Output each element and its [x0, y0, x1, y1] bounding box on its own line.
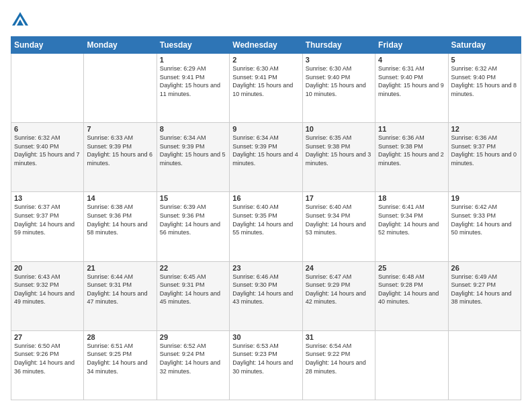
day-info: Sunrise: 6:34 AM Sunset: 9:39 PM Dayligh…: [232, 134, 299, 167]
weekday-header-monday: Monday: [84, 37, 157, 54]
page: SundayMondayTuesdayWednesdayThursdayFrid…: [0, 0, 532, 411]
day-info: Sunrise: 6:40 AM Sunset: 9:35 PM Dayligh…: [232, 203, 299, 236]
calendar-cell: 6Sunrise: 6:32 AM Sunset: 9:40 PM Daylig…: [11, 123, 84, 192]
calendar-cell: 11Sunrise: 6:36 AM Sunset: 9:38 PM Dayli…: [375, 123, 448, 192]
calendar-cell: [375, 330, 448, 400]
day-info: Sunrise: 6:50 AM Sunset: 9:26 PM Dayligh…: [14, 342, 81, 375]
day-number: 1: [160, 56, 226, 64]
calendar-cell: 21Sunrise: 6:44 AM Sunset: 9:31 PM Dayli…: [84, 261, 157, 330]
calendar-cell: 14Sunrise: 6:38 AM Sunset: 9:36 PM Dayli…: [84, 192, 157, 261]
calendar-cell: 13Sunrise: 6:37 AM Sunset: 9:37 PM Dayli…: [11, 192, 84, 261]
day-number: 16: [232, 194, 299, 202]
day-number: 24: [306, 264, 372, 272]
calendar-cell: 20Sunrise: 6:43 AM Sunset: 9:32 PM Dayli…: [11, 261, 84, 330]
weekday-header-saturday: Saturday: [448, 37, 521, 54]
day-info: Sunrise: 6:33 AM Sunset: 9:39 PM Dayligh…: [87, 134, 153, 167]
day-info: Sunrise: 6:30 AM Sunset: 9:41 PM Dayligh…: [232, 64, 299, 98]
calendar-cell: 25Sunrise: 6:48 AM Sunset: 9:28 PM Dayli…: [375, 261, 448, 330]
day-number: 8: [160, 125, 226, 133]
day-number: 31: [306, 333, 372, 341]
calendar-cell: 18Sunrise: 6:41 AM Sunset: 9:34 PM Dayli…: [375, 192, 448, 261]
day-number: 28: [87, 333, 153, 341]
day-number: 11: [378, 125, 445, 133]
calendar-cell: 3Sunrise: 6:30 AM Sunset: 9:40 PM Daylig…: [302, 54, 375, 123]
day-number: 30: [232, 333, 299, 341]
day-info: Sunrise: 6:35 AM Sunset: 9:38 PM Dayligh…: [306, 134, 372, 167]
day-info: Sunrise: 6:49 AM Sunset: 9:27 PM Dayligh…: [451, 273, 518, 306]
calendar-week-5: 27Sunrise: 6:50 AM Sunset: 9:26 PM Dayli…: [11, 330, 521, 400]
weekday-header-row: SundayMondayTuesdayWednesdayThursdayFrid…: [11, 37, 521, 54]
calendar-cell: 9Sunrise: 6:34 AM Sunset: 9:39 PM Daylig…: [230, 123, 302, 192]
day-number: 29: [160, 333, 226, 341]
weekday-header-thursday: Thursday: [302, 37, 375, 54]
day-number: 14: [87, 194, 153, 202]
day-info: Sunrise: 6:47 AM Sunset: 9:29 PM Dayligh…: [306, 273, 372, 306]
day-info: Sunrise: 6:39 AM Sunset: 9:36 PM Dayligh…: [160, 203, 226, 236]
calendar-week-4: 20Sunrise: 6:43 AM Sunset: 9:32 PM Dayli…: [11, 261, 521, 330]
calendar-cell: 26Sunrise: 6:49 AM Sunset: 9:27 PM Dayli…: [448, 261, 521, 330]
day-number: 27: [14, 333, 81, 341]
day-info: Sunrise: 6:32 AM Sunset: 9:40 PM Dayligh…: [451, 64, 518, 98]
day-info: Sunrise: 6:41 AM Sunset: 9:34 PM Dayligh…: [378, 203, 445, 236]
logo-icon: [11, 11, 30, 30]
day-number: 17: [306, 194, 372, 202]
calendar-cell: 23Sunrise: 6:46 AM Sunset: 9:30 PM Dayli…: [230, 261, 302, 330]
day-info: Sunrise: 6:53 AM Sunset: 9:23 PM Dayligh…: [232, 342, 299, 375]
day-info: Sunrise: 6:48 AM Sunset: 9:28 PM Dayligh…: [378, 273, 445, 306]
weekday-header-wednesday: Wednesday: [230, 37, 302, 54]
day-info: Sunrise: 6:52 AM Sunset: 9:24 PM Dayligh…: [160, 342, 226, 375]
calendar-cell: 24Sunrise: 6:47 AM Sunset: 9:29 PM Dayli…: [302, 261, 375, 330]
day-info: Sunrise: 6:38 AM Sunset: 9:36 PM Dayligh…: [87, 203, 153, 236]
calendar-week-1: 1Sunrise: 6:29 AM Sunset: 9:41 PM Daylig…: [11, 54, 521, 123]
day-number: 22: [160, 264, 226, 272]
day-number: 18: [378, 194, 445, 202]
calendar-cell: 31Sunrise: 6:54 AM Sunset: 9:22 PM Dayli…: [302, 330, 375, 400]
calendar-cell: 22Sunrise: 6:45 AM Sunset: 9:31 PM Dayli…: [157, 261, 229, 330]
calendar-cell: 17Sunrise: 6:40 AM Sunset: 9:34 PM Dayli…: [302, 192, 375, 261]
calendar-cell: 16Sunrise: 6:40 AM Sunset: 9:35 PM Dayli…: [230, 192, 302, 261]
day-info: Sunrise: 6:32 AM Sunset: 9:40 PM Dayligh…: [14, 134, 81, 167]
day-info: Sunrise: 6:37 AM Sunset: 9:37 PM Dayligh…: [14, 203, 81, 236]
day-number: 23: [232, 264, 299, 272]
calendar-cell: 2Sunrise: 6:30 AM Sunset: 9:41 PM Daylig…: [230, 54, 302, 123]
calendar-cell: 29Sunrise: 6:52 AM Sunset: 9:24 PM Dayli…: [157, 330, 229, 400]
day-info: Sunrise: 6:45 AM Sunset: 9:31 PM Dayligh…: [160, 273, 226, 306]
day-number: 13: [14, 194, 81, 202]
calendar-cell: [448, 330, 521, 400]
day-number: 4: [378, 56, 445, 64]
day-number: 10: [306, 125, 372, 133]
day-number: 7: [87, 125, 153, 133]
day-info: Sunrise: 6:29 AM Sunset: 9:41 PM Dayligh…: [160, 64, 226, 98]
day-number: 5: [451, 56, 518, 64]
calendar-cell: 15Sunrise: 6:39 AM Sunset: 9:36 PM Dayli…: [157, 192, 229, 261]
day-number: 6: [14, 125, 81, 133]
day-number: 15: [160, 194, 226, 202]
day-info: Sunrise: 6:36 AM Sunset: 9:37 PM Dayligh…: [451, 134, 518, 167]
calendar-cell: 28Sunrise: 6:51 AM Sunset: 9:25 PM Dayli…: [84, 330, 157, 400]
calendar-cell: 7Sunrise: 6:33 AM Sunset: 9:39 PM Daylig…: [84, 123, 157, 192]
calendar-week-2: 6Sunrise: 6:32 AM Sunset: 9:40 PM Daylig…: [11, 123, 521, 192]
day-number: 26: [451, 264, 518, 272]
day-info: Sunrise: 6:36 AM Sunset: 9:38 PM Dayligh…: [378, 134, 445, 167]
day-info: Sunrise: 6:30 AM Sunset: 9:40 PM Dayligh…: [306, 64, 372, 98]
day-info: Sunrise: 6:31 AM Sunset: 9:40 PM Dayligh…: [378, 64, 445, 98]
day-number: 2: [232, 56, 299, 64]
day-number: 20: [14, 264, 81, 272]
day-info: Sunrise: 6:43 AM Sunset: 9:32 PM Dayligh…: [14, 273, 81, 306]
day-info: Sunrise: 6:40 AM Sunset: 9:34 PM Dayligh…: [306, 203, 372, 236]
day-info: Sunrise: 6:51 AM Sunset: 9:25 PM Dayligh…: [87, 342, 153, 375]
header: [11, 11, 521, 30]
day-number: 12: [451, 125, 518, 133]
day-number: 25: [378, 264, 445, 272]
weekday-header-friday: Friday: [375, 37, 448, 54]
calendar-cell: 10Sunrise: 6:35 AM Sunset: 9:38 PM Dayli…: [302, 123, 375, 192]
calendar-cell: 4Sunrise: 6:31 AM Sunset: 9:40 PM Daylig…: [375, 54, 448, 123]
day-info: Sunrise: 6:42 AM Sunset: 9:33 PM Dayligh…: [451, 203, 518, 236]
calendar-cell: [11, 54, 84, 123]
day-number: 3: [306, 56, 372, 64]
day-number: 9: [232, 125, 299, 133]
calendar-cell: 5Sunrise: 6:32 AM Sunset: 9:40 PM Daylig…: [448, 54, 521, 123]
weekday-header-sunday: Sunday: [11, 37, 84, 54]
calendar-cell: 12Sunrise: 6:36 AM Sunset: 9:37 PM Dayli…: [448, 123, 521, 192]
day-number: 21: [87, 264, 153, 272]
